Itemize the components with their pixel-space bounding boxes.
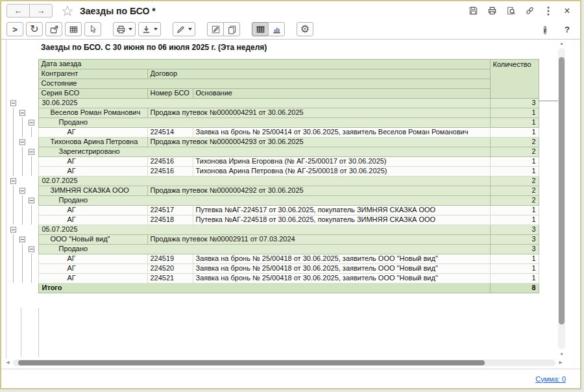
collapse-toggle[interactable] <box>29 149 34 154</box>
quantity-cell[interactable]: 1 <box>490 166 539 176</box>
vertical-scroll-thumb[interactable] <box>559 57 565 325</box>
execute-report-button[interactable]: > <box>6 22 23 36</box>
collapse-toggle[interactable] <box>29 119 34 125</box>
quantity-cell[interactable]: 2 <box>490 176 539 186</box>
series-cell[interactable]: АГ <box>38 215 147 225</box>
number-cell[interactable]: 224521 <box>147 273 193 283</box>
quantity-cell[interactable]: 1 <box>490 108 539 117</box>
number-cell[interactable]: 224519 <box>147 254 193 263</box>
basis-cell[interactable]: Путевка №АГ-224517 от 30.06.2025, покупа… <box>193 205 490 215</box>
quantity-cell[interactable]: 2 <box>490 137 539 147</box>
total-cell[interactable]: Итого <box>38 283 490 293</box>
copy-button[interactable] <box>223 22 240 36</box>
collapse-toggle[interactable] <box>19 110 25 116</box>
forward-button[interactable]: → <box>29 4 53 18</box>
collapse-toggle[interactable] <box>10 178 16 184</box>
collapse-toggle[interactable] <box>10 227 16 232</box>
counterparty-cell[interactable]: Тихонова Арина Петровна <box>38 137 147 147</box>
series-cell[interactable]: АГ <box>38 156 147 166</box>
preview-button[interactable] <box>504 5 517 18</box>
contract-cell[interactable]: Продажа путевок №00002911 от 07.03.2024 <box>147 234 490 244</box>
basis-cell[interactable]: Заявка на бронь № 25/00414 от 30.06.2025… <box>193 127 490 137</box>
state-cell[interactable]: Продано <box>38 117 490 127</box>
quantity-cell[interactable]: 1 <box>490 273 539 283</box>
state-cell[interactable]: Продано <box>38 244 490 254</box>
collapse-toggle[interactable] <box>19 139 25 145</box>
total-quantity-cell[interactable]: 8 <box>490 283 539 293</box>
scroll-up-arrow[interactable]: ▴ <box>557 40 566 46</box>
collapse-toggle[interactable] <box>19 188 25 193</box>
number-cell[interactable]: 224517 <box>147 205 193 215</box>
state-cell[interactable]: Зарегистрировано <box>38 147 490 156</box>
contract-cell[interactable]: Продажа путевок №0000004293 от 30.06.202… <box>147 137 490 147</box>
print-button[interactable] <box>113 22 136 36</box>
quantity-cell[interactable]: 1 <box>490 117 539 127</box>
series-cell[interactable]: АГ <box>38 263 147 273</box>
contract-cell[interactable]: Продажа путевок №0000004291 от 30.06.202… <box>147 108 490 117</box>
pointer-select-button[interactable] <box>84 22 101 36</box>
chart-view-button[interactable] <box>268 22 285 36</box>
number-cell[interactable]: 224518 <box>147 215 193 225</box>
contract-cell[interactable]: Продажа путевок №0000004292 от 30.06.202… <box>147 186 490 195</box>
number-cell[interactable]: 224520 <box>147 263 193 273</box>
vertical-scroll-track[interactable] <box>558 48 565 349</box>
number-cell[interactable]: 224516 <box>147 166 193 176</box>
info-button[interactable]: i <box>539 23 552 36</box>
basis-cell[interactable]: Путевка №АГ-224518 от 30.06.2025, покупа… <box>193 215 490 225</box>
table-view-button[interactable] <box>252 22 269 36</box>
help-button[interactable]: ? <box>561 23 574 36</box>
horizontal-scroll-track[interactable] <box>13 360 555 366</box>
scroll-left-arrow[interactable]: ◄ <box>5 359 10 367</box>
series-cell[interactable]: АГ <box>38 205 147 215</box>
quantity-cell[interactable]: 1 <box>490 156 539 166</box>
more-menu-button[interactable]: ⋮ <box>542 5 555 18</box>
save-report-button[interactable] <box>138 22 161 36</box>
scroll-down-arrow[interactable]: ▾ <box>557 351 566 357</box>
sum-link[interactable]: Сумма: 0 <box>535 375 566 383</box>
collapse-toggle[interactable] <box>19 236 25 242</box>
basis-cell[interactable]: Тихонова Арина Петровна (№ АГ-25/00018 о… <box>193 166 490 176</box>
quantity-cell[interactable]: 3 <box>490 225 539 234</box>
basis-cell[interactable]: Заявка на бронь № 25/00418 от 30.06.2025… <box>193 273 490 283</box>
quantity-cell[interactable]: 1 <box>490 215 539 225</box>
close-button[interactable]: × <box>561 5 574 18</box>
quantity-cell[interactable]: 3 <box>490 234 539 244</box>
scroll-right-arrow[interactable]: ► <box>558 359 563 367</box>
counterparty-cell[interactable]: ЗИМНЯЯ СКАЗКА ООО <box>38 186 147 195</box>
horizontal-scrollbar[interactable]: ◄ ► <box>6 359 562 367</box>
series-cell[interactable]: АГ <box>38 273 147 283</box>
date-cell[interactable]: 05.07.2025 <box>38 225 490 234</box>
grid-settings-button[interactable] <box>65 22 82 36</box>
edit-button[interactable] <box>207 22 224 36</box>
quantity-cell[interactable]: 1 <box>490 205 539 215</box>
quantity-cell[interactable]: 1 <box>490 263 539 273</box>
favorite-star-icon[interactable] <box>62 5 73 17</box>
number-cell[interactable]: 224516 <box>147 156 193 166</box>
vertical-scrollbar[interactable]: ▴ ▾ <box>557 42 566 356</box>
basis-cell[interactable]: Заявка на бронь № 25/00418 от 30.06.2025… <box>193 254 490 263</box>
quantity-cell[interactable]: 3 <box>490 98 539 108</box>
counterparty-cell[interactable]: Веселов Роман Романович <box>38 108 147 117</box>
format-button[interactable] <box>173 22 195 36</box>
quantity-cell[interactable]: 3 <box>490 244 539 254</box>
back-button[interactable]: ← <box>6 4 30 18</box>
series-cell[interactable]: АГ <box>38 127 147 137</box>
open-new-window-button[interactable] <box>45 22 62 36</box>
counterparty-cell[interactable]: ООО "Новый вид" <box>38 234 147 244</box>
get-link-button[interactable] <box>523 5 536 18</box>
quantity-cell[interactable]: 2 <box>490 186 539 195</box>
basis-cell[interactable]: Заявка на бронь № 25/00418 от 30.06.2025… <box>193 263 490 273</box>
state-cell[interactable]: Продано <box>38 195 490 205</box>
quantity-cell[interactable]: 2 <box>490 147 539 156</box>
series-cell[interactable]: АГ <box>38 166 147 176</box>
date-cell[interactable]: 02.07.2025 <box>38 176 490 186</box>
print-document-button[interactable] <box>485 5 498 18</box>
quantity-cell[interactable]: 1 <box>490 127 539 137</box>
save-document-button[interactable] <box>467 5 480 18</box>
refresh-button[interactable]: ↻ <box>26 22 43 36</box>
series-cell[interactable]: АГ <box>38 254 147 263</box>
collapse-toggle[interactable] <box>29 246 34 252</box>
date-cell[interactable]: 30.06.2025 <box>38 98 490 108</box>
collapse-toggle[interactable] <box>10 100 16 106</box>
settings-button[interactable]: ⚙ <box>297 22 313 36</box>
